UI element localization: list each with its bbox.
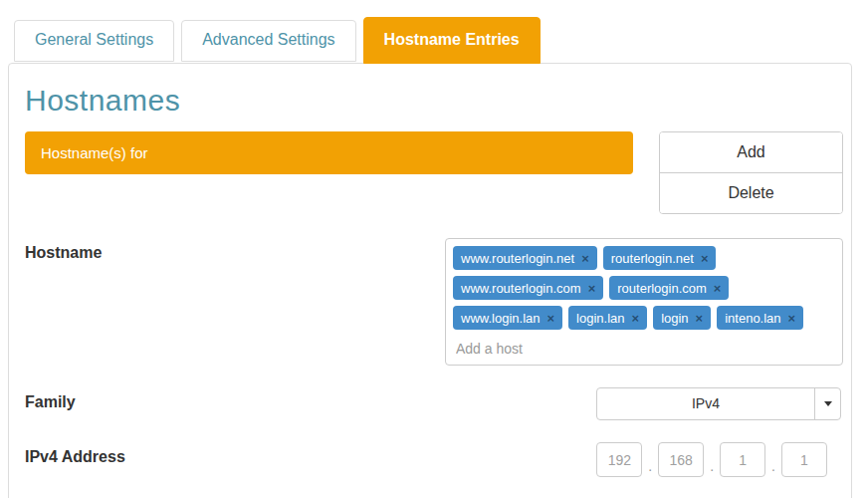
tag-remove-close-icon[interactable]: ×: [581, 252, 589, 265]
tab-advanced-settings[interactable]: Advanced Settings: [181, 20, 355, 62]
tab-hostname-entries[interactable]: Hostname Entries: [363, 17, 541, 64]
action-button-group: Add Delete: [659, 131, 843, 214]
tag-remove-close-icon[interactable]: ×: [588, 282, 596, 295]
family-selected-value: IPv4: [597, 388, 814, 419]
hostname-tag: login.lan ×: [568, 306, 647, 330]
hostname-entries-panel: Hostnames Hostname(s) for Add Delete Hos…: [8, 63, 852, 498]
page-title: Hostnames: [25, 84, 843, 118]
tag-label: inteno.lan: [725, 311, 780, 326]
tag-label: login: [661, 311, 688, 326]
tag-remove-close-icon[interactable]: ×: [701, 252, 709, 265]
family-select[interactable]: IPv4: [596, 387, 841, 420]
family-select-caret-button[interactable]: [814, 388, 840, 419]
ipv4-octet-4-input[interactable]: [781, 442, 827, 477]
family-field-row: Family IPv4: [25, 387, 843, 420]
tag-label: www.login.lan: [461, 311, 541, 326]
hostname-tag: inteno.lan ×: [717, 306, 803, 330]
tag-remove-close-icon[interactable]: ×: [714, 282, 722, 295]
hostname-tag: www.routerlogin.com ×: [453, 276, 603, 300]
hostname-label: Hostname: [25, 238, 102, 262]
tag-label: login.lan: [576, 311, 624, 326]
hostname-tag: routerlogin.com ×: [609, 276, 729, 300]
banner-row: Hostname(s) for Add Delete: [25, 131, 843, 214]
tag-remove-close-icon[interactable]: ×: [547, 312, 555, 325]
hostname-tag: www.routerlogin.net ×: [453, 246, 597, 270]
ipv4-address-label: IPv4 Address: [25, 442, 125, 466]
octet-separator: .: [710, 458, 714, 477]
hostname-section-banner[interactable]: Hostname(s) for: [25, 131, 633, 174]
ipv4-address-inputs: . . .: [596, 442, 827, 477]
tag-label: www.routerlogin.net: [461, 251, 574, 266]
tag-label: routerlogin.net: [611, 251, 694, 266]
tag-remove-close-icon[interactable]: ×: [788, 312, 796, 325]
tag-label: www.routerlogin.com: [461, 281, 581, 296]
hostname-tags-input[interactable]: www.routerlogin.net × routerlogin.net × …: [445, 238, 843, 366]
hostname-tag: routerlogin.net ×: [603, 246, 717, 270]
octet-separator: .: [771, 458, 775, 477]
tag-remove-close-icon[interactable]: ×: [696, 312, 704, 325]
tag-remove-close-icon[interactable]: ×: [632, 312, 640, 325]
add-button[interactable]: Add: [660, 132, 842, 172]
tag-label: routerlogin.com: [617, 281, 707, 296]
family-label: Family: [25, 387, 76, 411]
add-host-input[interactable]: [456, 341, 595, 357]
hostname-tag: login ×: [653, 306, 711, 330]
ipv4-octet-2-input[interactable]: [658, 442, 704, 477]
ipv4-octet-3-input[interactable]: [720, 442, 765, 477]
ipv4-octet-1-input[interactable]: [596, 442, 642, 477]
hostname-tag: www.login.lan ×: [453, 306, 562, 330]
tab-bar: General Settings Advanced Settings Hostn…: [14, 17, 541, 64]
tab-general-settings[interactable]: General Settings: [14, 20, 174, 62]
ipv4-field-row: IPv4 Address . . .: [25, 442, 843, 477]
hostname-field-row: Hostname www.routerlogin.net × routerlog…: [25, 238, 843, 366]
octet-separator: .: [648, 458, 652, 477]
delete-button[interactable]: Delete: [660, 172, 842, 213]
caret-down-icon: [824, 401, 832, 406]
